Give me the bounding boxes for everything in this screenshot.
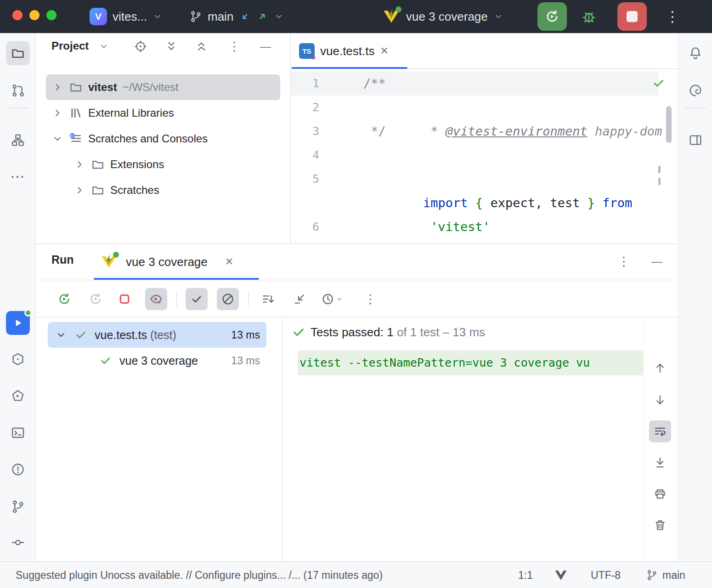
toolwindow-structure-button[interactable]: [6, 128, 30, 152]
vcs-widget[interactable]: main: [189, 0, 284, 33]
ai-assistant-button[interactable]: [684, 79, 707, 102]
rerun-failed-tests-button[interactable]: [85, 288, 107, 310]
navigate-to-test-button[interactable]: [288, 288, 311, 310]
close-icon[interactable]: ✕: [225, 256, 233, 268]
chevron-right-icon[interactable]: [51, 81, 63, 93]
chevron-right-icon[interactable]: [51, 107, 63, 119]
project-panel-options-button[interactable]: ⋮: [227, 39, 242, 54]
toolwindow-run-button[interactable]: [6, 311, 30, 335]
toolwindow-commit-button[interactable]: [6, 531, 30, 554]
chevron-down-icon: [336, 295, 343, 303]
editor-scrollbar[interactable]: [666, 106, 672, 143]
project-widget[interactable]: V vites...: [90, 0, 163, 33]
show-passed-button[interactable]: [186, 288, 208, 310]
code-line-1[interactable]: /**: [363, 72, 386, 96]
trash-icon: [653, 518, 667, 532]
project-tree-row-extensions[interactable]: Extensions: [46, 152, 280, 177]
project-view-dropdown[interactable]: [96, 39, 111, 54]
print-button[interactable]: [649, 483, 671, 505]
toolwindow-services-button[interactable]: [6, 384, 30, 408]
close-icon[interactable]: ✕: [380, 45, 389, 57]
test-node-label: vue.test.ts (test): [95, 328, 176, 342]
toolwindow-project-button[interactable]: [6, 41, 30, 65]
run-panel-options-button[interactable]: ⋮: [616, 254, 631, 269]
chevron-right-icon[interactable]: [73, 158, 85, 170]
toolwindow-terminal-button[interactable]: [6, 421, 30, 445]
code-line-6[interactable]: import { mount } from: [363, 215, 580, 243]
run-configuration-widget[interactable]: vue 3 coverage: [382, 0, 503, 33]
rerun-button[interactable]: [537, 2, 567, 31]
project-tree-row-scratches[interactable]: Scratches: [46, 177, 280, 203]
test-tree-row-case[interactable]: vue 3 coverage 13 ms: [48, 348, 266, 373]
toolwindow-hexagon-button[interactable]: [6, 347, 30, 371]
toolwindow-more-button[interactable]: ⋯: [6, 164, 30, 188]
branch-widget[interactable]: main: [646, 562, 685, 588]
project-tree-row-scratches-consoles[interactable]: Scratches and Consoles: [46, 126, 280, 152]
kebab-icon: ⋮: [364, 293, 377, 305]
kebab-icon: ⋮: [665, 9, 680, 24]
show-ignored-button[interactable]: [217, 288, 239, 310]
toolwindow-git-button[interactable]: [6, 495, 30, 519]
soft-wrap-button[interactable]: [649, 420, 671, 442]
macos-close-button[interactable]: [12, 10, 23, 20]
ide-window: V vites... main vue 3 coverage: [0, 0, 712, 588]
run-config-label: vue 3 coverage: [406, 10, 488, 24]
chevron-down-icon[interactable]: [51, 133, 63, 145]
token-comma: ,: [535, 196, 550, 210]
debug-button[interactable]: [580, 7, 598, 26]
tree-console-divider[interactable]: [282, 317, 283, 561]
bell-icon: [688, 45, 703, 60]
toolbar-separator: [176, 292, 177, 306]
soft-wrap-icon: [653, 424, 667, 438]
tree-item-path: ~/WS/vitest: [123, 81, 179, 94]
left-tool-strip: ⋯: [0, 33, 36, 561]
console-command-line[interactable]: vitest --testNamePattern=vue 3 coverage …: [298, 351, 643, 375]
run-toolbar-more-button[interactable]: ⋮: [359, 288, 381, 310]
collapse-all-button[interactable]: [195, 39, 209, 54]
vue-plugin-widget[interactable]: [554, 562, 568, 588]
expand-all-button[interactable]: [164, 39, 179, 54]
rerun-tests-button[interactable]: [53, 288, 75, 310]
title-bar: V vites... main vue 3 coverage: [0, 0, 712, 33]
test-duration: 13 ms: [231, 329, 266, 341]
vitest-logo-icon: [100, 253, 118, 271]
show-coverage-button[interactable]: [145, 288, 167, 310]
sort-tests-button[interactable]: [257, 288, 279, 310]
git-branch-icon: [646, 569, 658, 581]
scroll-down-button[interactable]: [649, 389, 671, 411]
code-line-3[interactable]: */: [363, 119, 386, 143]
stop-process-button[interactable]: [113, 288, 136, 310]
notifications-button[interactable]: [684, 41, 707, 65]
code-line-2[interactable]: * @vitest-environment happy-dom: [363, 96, 662, 167]
clear-console-button[interactable]: [649, 514, 671, 536]
test-history-button[interactable]: [318, 288, 346, 310]
project-tree-row-vitest[interactable]: vitest ~/WS/vitest: [46, 74, 280, 100]
toolwindow-problems-button[interactable]: [6, 458, 30, 481]
inspections-widget[interactable]: [650, 74, 668, 92]
chevron-right-icon[interactable]: [73, 184, 85, 196]
editor-tab-vue-test-ts[interactable]: TS vue.test.ts ✕: [292, 33, 407, 69]
caret-position-widget[interactable]: 1:1: [518, 562, 533, 588]
library-icon: [69, 106, 83, 120]
minimize-icon: —: [651, 256, 662, 267]
encoding-widget[interactable]: UTF-8: [591, 562, 621, 588]
scroll-to-end-button[interactable]: [649, 452, 671, 474]
run-tab-vue3-coverage[interactable]: vue 3 coverage ✕: [94, 244, 259, 280]
stop-button[interactable]: [617, 2, 647, 31]
layout-panels-button[interactable]: [684, 128, 707, 152]
project-tree-row-external-libraries[interactable]: External Libraries: [46, 100, 280, 126]
problems-icon: [11, 462, 25, 477]
scroll-up-button[interactable]: [649, 357, 671, 379]
test-tree-row-file[interactable]: vue.test.ts (test) 13 ms: [48, 322, 266, 348]
macos-zoom-button[interactable]: [46, 10, 57, 20]
hide-run-panel-button[interactable]: —: [650, 254, 664, 269]
stop-square-icon: [627, 11, 638, 22]
code-editor[interactable]: 1 2 3 4 5 6 /** * @vitest-environment ha…: [291, 69, 678, 243]
select-opened-file-button[interactable]: [133, 39, 148, 54]
hide-project-panel-button[interactable]: —: [258, 39, 273, 54]
titlebar-more-button[interactable]: ⋮: [662, 7, 683, 26]
toolwindow-vcs-button[interactable]: [6, 79, 30, 102]
status-message[interactable]: Suggested plugin Unocss available. // Co…: [16, 562, 383, 588]
macos-minimize-button[interactable]: [29, 10, 40, 20]
chevron-down-icon[interactable]: [55, 329, 67, 341]
